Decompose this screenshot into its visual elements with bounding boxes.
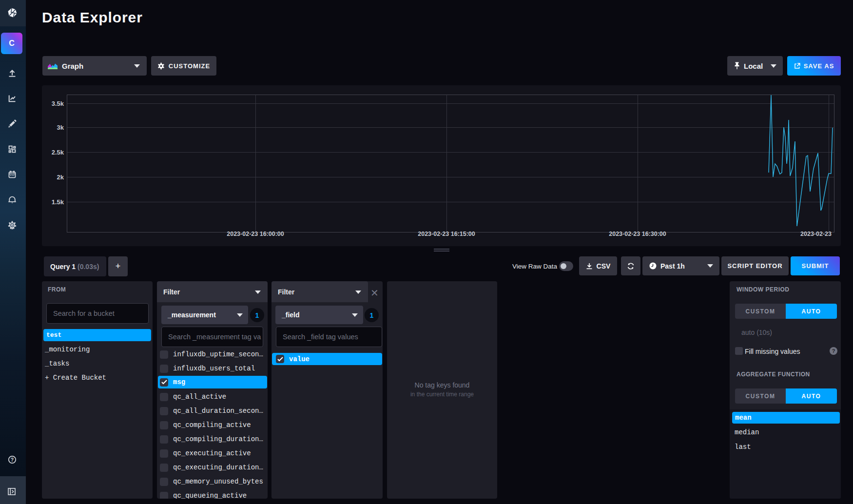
svg-text:?: ?: [11, 457, 14, 463]
